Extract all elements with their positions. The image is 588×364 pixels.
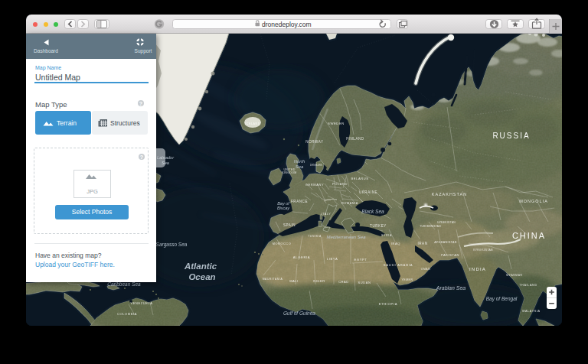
svg-text:EGYPT: EGYPT bbox=[354, 258, 367, 262]
svg-text:AFGHANISTAN: AFGHANISTAN bbox=[434, 241, 457, 244]
svg-text:VENEZUELA: VENEZUELA bbox=[130, 301, 152, 305]
svg-text:TURKMENISTAN: TURKMENISTAN bbox=[420, 225, 441, 228]
svg-text:INDIA: INDIA bbox=[469, 267, 486, 271]
svg-text:MOROCCO: MOROCCO bbox=[273, 242, 291, 245]
svg-text:KAZAKHSTAN: KAZAKHSTAN bbox=[432, 192, 467, 197]
svg-text:Ocean: Ocean bbox=[188, 272, 215, 281]
svg-text:LIBYA: LIBYA bbox=[327, 257, 338, 261]
svg-text:SYRIA: SYRIA bbox=[381, 234, 392, 237]
svg-text:FRANCE: FRANCE bbox=[291, 200, 308, 203]
svg-text:TUNISIA: TUNISIA bbox=[308, 235, 322, 238]
svg-text:dronedeploy.com: dronedeploy.com bbox=[262, 21, 312, 28]
svg-text:Terrain: Terrain bbox=[57, 119, 77, 127]
svg-text:THAILAND: THAILAND bbox=[519, 284, 537, 287]
svg-text:Sea: Sea bbox=[296, 164, 304, 169]
svg-text:NORWAY: NORWAY bbox=[305, 140, 323, 144]
svg-text:MALI: MALI bbox=[289, 279, 299, 283]
svg-text:MAURITANIA: MAURITANIA bbox=[263, 278, 283, 281]
svg-text:Biscay: Biscay bbox=[277, 206, 290, 210]
svg-text:Sargasso Sea: Sargasso Sea bbox=[156, 242, 188, 248]
svg-text:YEMEN: YEMEN bbox=[401, 278, 413, 281]
svg-text:Arabian Sea: Arabian Sea bbox=[436, 285, 466, 291]
svg-text:MONGOLIA: MONGOLIA bbox=[519, 199, 548, 203]
svg-text:ALGERIA: ALGERIA bbox=[293, 255, 310, 259]
svg-text:OMAN: OMAN bbox=[421, 268, 431, 271]
svg-text:Structures: Structures bbox=[110, 119, 140, 127]
svg-text:SUDAN: SUDAN bbox=[358, 281, 371, 284]
svg-text:DENMARK: DENMARK bbox=[310, 164, 322, 167]
svg-text:MYANMAR: MYANMAR bbox=[506, 274, 522, 277]
svg-text:NIGER: NIGER bbox=[313, 279, 325, 283]
svg-text:KINGDOM: KINGDOM bbox=[282, 171, 296, 174]
svg-text:MALAYSIA: MALAYSIA bbox=[522, 310, 541, 313]
svg-text:TURKEY: TURKEY bbox=[370, 224, 387, 228]
svg-text:Caribbean Sea: Caribbean Sea bbox=[107, 281, 141, 287]
svg-text:ROMANIA: ROMANIA bbox=[341, 202, 358, 205]
svg-text:SAUDI ARABIA: SAUDI ARABIA bbox=[384, 263, 413, 267]
svg-text:Mediterranean Sea: Mediterranean Sea bbox=[326, 235, 366, 239]
svg-text:North: North bbox=[294, 159, 305, 164]
svg-text:BELARUS: BELARUS bbox=[351, 177, 369, 180]
svg-text:Black Sea: Black Sea bbox=[361, 209, 384, 214]
svg-text:IRAQ: IRAQ bbox=[391, 242, 400, 245]
svg-text:ETHIOPIA: ETHIOPIA bbox=[379, 302, 397, 306]
svg-text:POLAND: POLAND bbox=[332, 182, 348, 186]
svg-text:UZBEKISTAN: UZBEKISTAN bbox=[437, 221, 456, 224]
svg-text:ITALY: ITALY bbox=[322, 213, 332, 216]
svg-text:FINLAND: FINLAND bbox=[346, 137, 364, 141]
svg-text:Atlantic: Atlantic bbox=[184, 262, 217, 271]
svg-text:IRAN: IRAN bbox=[417, 242, 427, 245]
svg-text:Gulf of Guinea: Gulf of Guinea bbox=[283, 310, 315, 316]
svg-text:RUSSIA: RUSSIA bbox=[492, 132, 530, 140]
svg-text:ICELAND: ICELAND bbox=[245, 122, 260, 125]
svg-text:Bay of Bengal: Bay of Bengal bbox=[486, 296, 518, 302]
svg-text:PAKISTAN: PAKISTAN bbox=[441, 253, 459, 257]
svg-text:SPAIN: SPAIN bbox=[283, 223, 296, 227]
svg-text:GERMANY: GERMANY bbox=[305, 183, 324, 187]
svg-text:CHINA: CHINA bbox=[512, 231, 546, 240]
svg-text:COLOMBIA: COLOMBIA bbox=[117, 312, 137, 316]
svg-text:SWEDEN: SWEDEN bbox=[328, 122, 345, 125]
svg-text:UKRAINE: UKRAINE bbox=[359, 190, 377, 194]
svg-text:CHAD: CHAD bbox=[338, 280, 349, 284]
svg-text:KYRGYZSTAN: KYRGYZSTAN bbox=[473, 249, 493, 252]
